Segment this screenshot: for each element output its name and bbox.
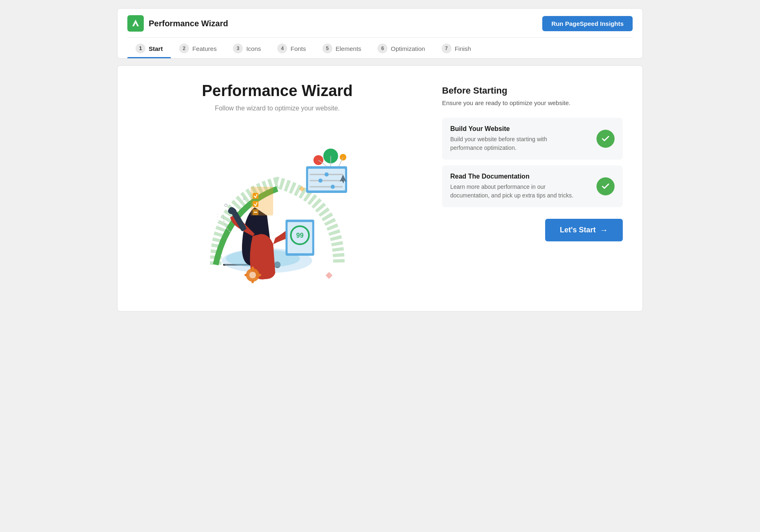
step-num-7: 7 — [442, 44, 451, 53]
lets-start-button[interactable]: Let's Start → — [545, 219, 623, 241]
checklist-text-docs: Read The Documentation Learn more about … — [450, 173, 578, 200]
step-num-5: 5 — [322, 44, 332, 53]
header-title: Performance Wizard — [149, 19, 228, 28]
illustration: 99 — [191, 125, 364, 291]
step-num-4: 4 — [277, 44, 287, 53]
step-label-features: Features — [192, 45, 216, 52]
checkmark-icon-docs — [601, 182, 610, 191]
right-side: Before Starting Ensure you are ready to … — [442, 82, 623, 241]
checklist-desc-docs: Learn more about performance in our docu… — [450, 183, 578, 200]
wizard-main-title: Performance Wizard — [202, 82, 352, 100]
svg-rect-33 — [251, 280, 253, 283]
step-label-fonts: Fonts — [290, 45, 306, 52]
step-label-icons: Icons — [246, 45, 261, 52]
checklist-item-build: Build Your Website Build your website be… — [442, 118, 623, 160]
checklist-text-build: Build Your Website Build your website be… — [450, 125, 578, 152]
lets-start-label: Let's Start — [560, 226, 596, 234]
step-item-fonts[interactable]: 4 Fonts — [269, 38, 314, 58]
step-item-start[interactable]: 1 Start — [127, 38, 171, 58]
svg-point-17 — [325, 172, 329, 177]
step-num-3: 3 — [233, 44, 243, 53]
svg-rect-39 — [326, 272, 333, 279]
step-num-1: 1 — [136, 44, 145, 53]
arrow-right-icon: → — [600, 225, 608, 235]
svg-text:99: 99 — [296, 232, 304, 239]
check-circle-docs — [596, 177, 615, 195]
svg-point-21 — [331, 185, 335, 189]
main-card: Performance Wizard Follow the wizard to … — [117, 65, 643, 312]
step-num-6: 6 — [378, 44, 387, 53]
checklist-item-docs: Read The Documentation Learn more about … — [442, 165, 623, 207]
run-pagespeed-button[interactable]: Run PageSpeed Insights — [542, 16, 633, 31]
checklist-title-docs: Read The Documentation — [450, 173, 578, 180]
step-item-icons[interactable]: 3 Icons — [225, 38, 269, 58]
svg-point-31 — [249, 272, 256, 278]
step-label-finish: Finish — [455, 45, 471, 52]
step-num-2: 2 — [179, 44, 189, 53]
header-card: Performance Wizard Run PageSpeed Insight… — [117, 8, 643, 59]
step-item-finish[interactable]: 7 Finish — [433, 38, 479, 58]
step-label-start: Start — [149, 45, 163, 52]
logo-icon — [127, 15, 144, 32]
before-starting-subtitle: Ensure you are ready to optimize your we… — [442, 99, 623, 106]
check-circle-build — [596, 130, 615, 148]
checkmark-icon-build — [601, 134, 610, 143]
svg-point-19 — [318, 179, 322, 183]
checklist-title-build: Build Your Website — [450, 125, 578, 133]
before-starting-title: Before Starting — [442, 85, 623, 96]
step-item-features[interactable]: 2 Features — [171, 38, 225, 58]
trident-logo-svg — [131, 18, 140, 28]
step-item-optimization[interactable]: 6 Optimization — [369, 38, 433, 58]
svg-text:×: × — [242, 196, 246, 202]
left-side: Performance Wizard Follow the wizard to … — [137, 82, 417, 291]
step-label-optimization: Optimization — [391, 45, 425, 52]
step-item-elements[interactable]: 5 Elements — [314, 38, 370, 58]
svg-rect-34 — [244, 274, 247, 276]
step-label-elements: Elements — [336, 45, 362, 52]
header-top: Performance Wizard Run PageSpeed Insight… — [127, 9, 633, 37]
checklist-desc-build: Build your website before starting with … — [450, 135, 578, 152]
svg-point-40 — [225, 204, 227, 206]
wizard-subtitle: Follow the wizard to optimize your websi… — [215, 105, 340, 112]
outer-wrapper: Performance Wizard Run PageSpeed Insight… — [117, 8, 643, 312]
wizard-illustration-svg: 99 — [191, 125, 364, 289]
logo-area: Performance Wizard — [127, 15, 228, 32]
steps-nav: 1 Start 2 Features 3 Icons 4 Fonts 5 Ele… — [127, 37, 633, 58]
